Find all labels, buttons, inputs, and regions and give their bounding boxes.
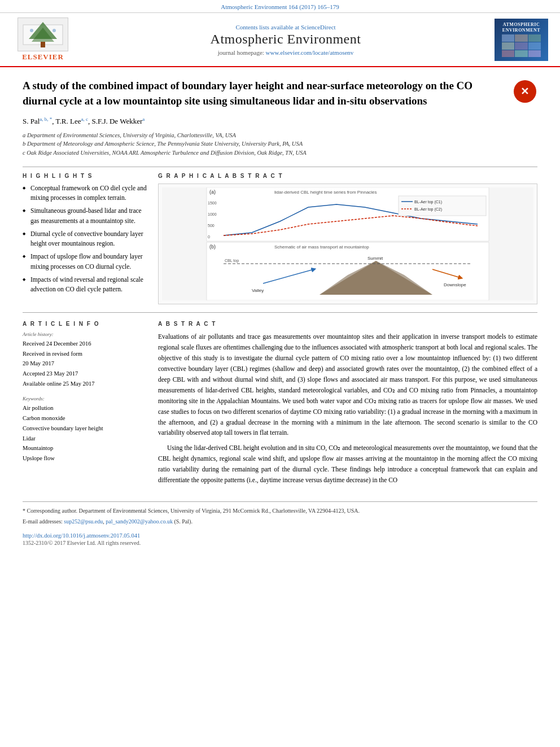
divider-1 [23,167,537,167]
keywords-label: Keywords: [23,396,147,401]
graphical-abstract-heading: G R A P H I C A L A B S T R A C T [158,173,537,179]
keyword-1: Air pollution [23,403,147,413]
graphical-abstract-column: G R A P H I C A L A B S T R A C T (a) li… [158,173,537,304]
keyword-4: Lidar [23,434,147,444]
highlight-item-2: Simultaneous ground-based lidar and trac… [23,206,147,226]
svg-text:1500: 1500 [208,201,217,205]
svg-text:Valley: Valley [252,288,264,293]
sciencedirect-link[interactable]: ScienceDirect [301,24,336,30]
svg-rect-13 [399,196,486,216]
doi-line: http://dx.doi.org/10.1016/j.atmosenv.201… [23,532,537,539]
highlight-item-1: Conceptual framework on CO diel cycle an… [23,184,147,203]
atm-env-journal-logo: ATMOSPHERIC ENVIRONMENT [495,19,548,61]
elsevier-brand-text: ELSEVIER [22,53,64,62]
email-footnote: E-mail addresses: sup252@psu.edu, pal_sa… [23,517,537,526]
graphical-abstract-box: (a) lidar-derived CBL height time series… [158,184,537,304]
affil-c: c Oak Ridge Associated Universities, NOA… [23,148,537,158]
journal-title: Atmospheric Environment [77,32,495,47]
footnotes: * Corresponding author. Department of En… [23,501,537,526]
elsevier-tree-logo [18,18,68,51]
keyword-6: Upslope flow [23,453,147,464]
article-title-section: A study of the combined impact of bounda… [23,78,537,108]
svg-text:1000: 1000 [208,212,217,216]
author1-name: S. Pal [23,117,40,126]
divider-2 [23,312,537,313]
graphical-abstract-image: (a) lidar-derived CBL height time series… [162,187,533,300]
keyword-5: Mountaintop [23,443,147,453]
highlight-item-4: Impact of upslope flow and boundary laye… [23,252,147,272]
journal-homepage-link[interactable]: www.elsevier.com/locate/atmosenv [266,49,354,56]
svg-text:CBL top: CBL top [225,259,239,263]
received-date: Received 24 December 2016 [23,339,147,349]
email2-link[interactable]: pal_sandy2002@yahoo.co.uk [106,518,173,525]
highlight-item-3: Diurnal cycle of convective boundary lay… [23,229,147,249]
svg-text:0: 0 [208,235,210,239]
citation-text: Atmospheric Environment 164 (2017) 165–1… [221,3,339,10]
lower-section: A R T I C L E I N F O Article history: R… [23,321,537,491]
email1-link[interactable]: sup252@psu.edu [64,518,103,525]
crossmark-icon: ✕ [514,80,536,103]
logo-grid [502,34,541,57]
abstract-paragraph-1: Evaluations of air pollutants and trace … [158,331,537,439]
citation-bar: Atmospheric Environment 164 (2017) 165–1… [0,0,560,13]
atm-env-logo-text: ATMOSPHERIC ENVIRONMENT [495,22,548,34]
history-label: Article history: [23,331,147,337]
affil-b: b Department of Meteorology and Atmosphe… [23,139,537,148]
svg-point-5 [53,29,56,32]
author3-name: S.F.J. De Wekker [92,117,143,126]
highlights-list: Conceptual framework on CO diel cycle an… [23,184,147,295]
author2-sup: a, c [81,116,89,122]
keyword-3: Convective boundary layer height [23,423,147,434]
svg-text:Summit: Summit [368,256,383,261]
svg-text:Schematic of air mass transpor: Schematic of air mass transport at mount… [274,244,369,250]
svg-text:BL-Aer top (C1): BL-Aer top (C1) [414,200,442,204]
graphical-abstract-svg: (a) lidar-derived CBL height time series… [162,187,533,300]
corresponding-author-note: * Corresponding author. Department of En… [23,506,537,515]
elsevier-logo-block: ELSEVIER [9,18,77,62]
accepted-date: Accepted 23 May 2017 [23,369,147,379]
svg-text:Downslope: Downslope [444,282,466,287]
abstract-text: Evaluations of air pollutants and trace … [158,331,537,486]
svg-text:lidar-derived CBL height time : lidar-derived CBL height time series fro… [274,190,377,195]
svg-rect-3 [41,42,45,47]
journal-homepage: journal homepage: www.elsevier.com/locat… [77,49,495,56]
article-info-column: A R T I C L E I N F O Article history: R… [23,321,147,491]
svg-text:BL-Aer top (C2): BL-Aer top (C2) [414,207,442,212]
doi-link[interactable]: http://dx.doi.org/10.1016/j.atmosenv.201… [23,532,140,539]
atm-env-logo-block: ATMOSPHERIC ENVIRONMENT [495,19,551,61]
article-history-section: Article history: Received 24 December 20… [23,331,147,389]
paper-content: A study of the combined impact of bounda… [0,67,560,557]
revised-date: 20 May 2017 [23,359,147,369]
svg-point-4 [30,29,33,32]
article-info-heading: A R T I C L E I N F O [23,321,147,327]
svg-text:(b): (b) [209,244,216,250]
article-title: A study of the combined impact of bounda… [23,78,506,108]
keywords-section: Keywords: Air pollution Carbon monoxide … [23,396,147,464]
authors-line: S. Pala, b, *, T.R. Leea, c, S.F.J. De W… [23,116,537,126]
journal-center-info: Contents lists available at ScienceDirec… [77,24,495,56]
copyright-line: 1352-2310/© 2017 Elsevier Ltd. All right… [23,540,537,546]
crossmark-badge[interactable]: ✕ [512,78,537,104]
affil-a: a Department of Environmental Sciences, … [23,131,537,140]
highlight-item-5: Impacts of wind reversal and regional sc… [23,275,147,295]
available-date: Available online 25 May 2017 [23,379,147,389]
highlights-heading: H I G H L I G H T S [23,173,147,179]
author1-sup: a, b, * [40,116,52,122]
article-history: Received 24 December 2016 Received in re… [23,339,147,389]
contents-label: Contents lists available at ScienceDirec… [77,24,495,30]
highlights-column: H I G H L I G H T S Conceptual framework… [23,173,147,304]
keywords-list: Air pollution Carbon monoxide Convective… [23,403,147,464]
highlights-and-graphical: H I G H L I G H T S Conceptual framework… [23,173,537,304]
abstract-paragraph-2: Using the lidar-derived CBL height evolu… [158,443,537,486]
svg-text:500: 500 [208,224,215,228]
svg-text:(a): (a) [209,189,216,195]
author3-sup: a [142,116,145,122]
author2-name: T.R. Lee [56,117,81,126]
journal-header: ELSEVIER Contents lists available at Sci… [0,13,560,67]
keyword-2: Carbon monoxide [23,413,147,423]
abstract-column: A B S T R A C T Evaluations of air pollu… [158,321,537,491]
abstract-heading: A B S T R A C T [158,321,537,327]
revised-label: Received in revised form [23,349,147,359]
affiliations: a Department of Environmental Sciences, … [23,131,537,158]
